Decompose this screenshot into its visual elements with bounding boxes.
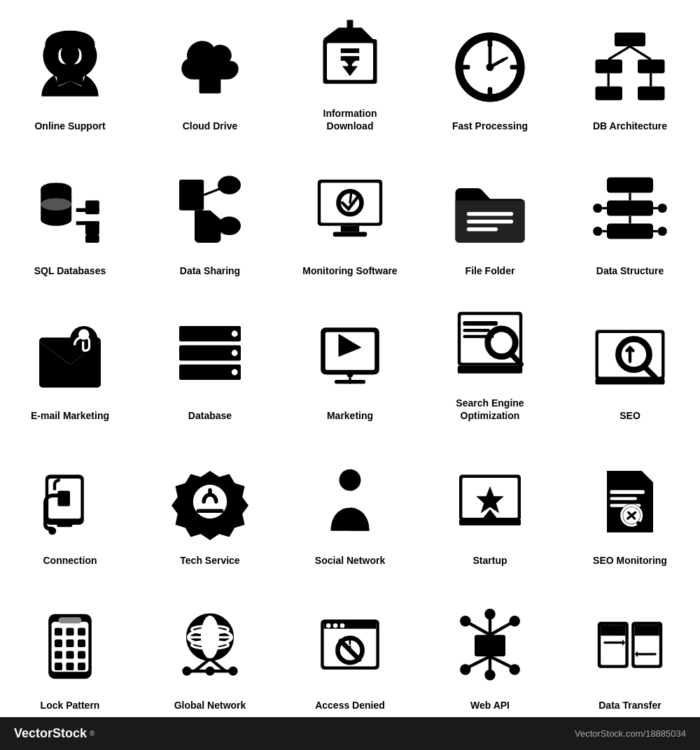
svg-rect-132 <box>66 639 74 647</box>
startup-icon <box>444 456 536 547</box>
svg-rect-47 <box>181 201 202 204</box>
cell-seo-optimization: Search Engine Optimization <box>420 290 560 434</box>
svg-rect-18 <box>488 87 493 96</box>
svg-point-53 <box>222 218 237 234</box>
email-marketing-label: E-mail Marketing <box>31 409 109 422</box>
svg-rect-130 <box>78 628 85 635</box>
svg-rect-61 <box>467 212 513 216</box>
social-network-label: Social Network <box>315 554 385 567</box>
svg-point-172 <box>484 670 495 680</box>
svg-rect-137 <box>55 663 62 670</box>
marketing-icon <box>304 311 396 402</box>
vectorstock-logo: VectorStock <box>14 726 87 741</box>
svg-rect-131 <box>55 639 62 647</box>
db-architecture-icon <box>584 22 676 113</box>
cell-tech-service: Tech Service <box>140 434 280 579</box>
search-engine-optimization-icon <box>444 299 536 390</box>
vectorstock-brand: VectorStock ® <box>14 726 94 741</box>
svg-point-82 <box>232 330 238 337</box>
cell-cloud-drive: Cloud Drive <box>140 0 280 145</box>
cell-file-folder: File Folder <box>420 145 560 290</box>
fast-processing-label: Fast Processing <box>452 120 528 132</box>
cell-db-architecture: DB Architecture <box>560 0 700 145</box>
connection-label: Connection <box>43 554 97 567</box>
data-transfer-label: Data Transfer <box>598 699 661 712</box>
svg-point-113 <box>340 469 361 491</box>
tech-service-label: Tech Service <box>180 554 239 567</box>
email-marketing-icon <box>24 311 115 402</box>
svg-rect-58 <box>333 232 367 236</box>
svg-rect-39 <box>85 200 99 214</box>
cell-access-denied: ! Access Denied <box>280 579 420 724</box>
lock-pattern-icon <box>24 601 115 692</box>
svg-rect-11 <box>341 48 359 53</box>
online-support-icon <box>24 22 115 113</box>
cell-seo: SEO <box>560 290 700 434</box>
svg-point-75 <box>658 227 667 236</box>
data-structure-label: Data Structure <box>596 264 664 277</box>
svg-rect-129 <box>66 628 74 635</box>
svg-rect-44 <box>181 182 202 188</box>
svg-point-108 <box>48 527 56 535</box>
svg-rect-26 <box>596 59 623 73</box>
svg-rect-7 <box>202 85 218 87</box>
database-icon <box>164 311 255 402</box>
svg-point-170 <box>460 616 470 626</box>
cell-data-sharing: Data Sharing <box>140 145 280 290</box>
svg-rect-81 <box>179 365 241 380</box>
seo-monitoring-icon <box>584 456 676 547</box>
global-network-label: Global Network <box>174 699 246 712</box>
svg-rect-107 <box>57 523 72 528</box>
svg-rect-64 <box>607 177 653 192</box>
svg-point-151 <box>182 666 191 675</box>
monitoring-software-label: Monitoring Software <box>302 264 397 277</box>
svg-marker-54 <box>210 211 220 220</box>
svg-point-36 <box>41 213 71 226</box>
svg-rect-29 <box>638 86 665 100</box>
cell-online-support: Online Support <box>0 0 140 145</box>
svg-point-153 <box>228 666 237 675</box>
data-sharing-icon <box>164 167 255 257</box>
sql-databases-label: SQL Databases <box>34 264 106 277</box>
svg-rect-65 <box>607 200 653 215</box>
cell-data-transfer: Data Transfer <box>560 579 700 724</box>
svg-point-37 <box>41 198 71 211</box>
data-structure-icon <box>584 167 676 257</box>
access-denied-icon: ! <box>304 601 396 692</box>
startup-label: Startup <box>473 554 507 567</box>
svg-rect-162 <box>475 635 505 656</box>
svg-point-83 <box>232 350 238 356</box>
cell-monitoring-software: Monitoring Software <box>280 145 420 290</box>
cloud-drive-icon <box>164 22 255 113</box>
svg-rect-20 <box>510 65 519 70</box>
svg-rect-27 <box>638 59 665 73</box>
svg-point-171 <box>510 616 520 626</box>
connection-icon <box>24 456 115 547</box>
svg-rect-97 <box>458 365 522 373</box>
svg-point-173 <box>460 664 470 674</box>
svg-rect-19 <box>461 65 470 70</box>
cell-email-marketing: E-mail Marketing <box>0 290 140 434</box>
svg-point-89 <box>347 372 354 378</box>
monitoring-software-icon <box>304 167 396 257</box>
svg-point-73 <box>593 227 602 236</box>
svg-rect-135 <box>66 651 74 658</box>
svg-rect-5 <box>202 76 218 78</box>
cell-lock-pattern: Lock Pattern <box>0 579 140 724</box>
svg-point-159 <box>340 623 345 628</box>
database-label: Database <box>188 409 232 422</box>
cell-global-network: Global Network <box>140 579 280 724</box>
cell-marketing: Marketing <box>280 290 420 434</box>
global-network-icon <box>164 601 255 692</box>
seo-monitoring-label: SEO Monitoring <box>593 554 667 567</box>
web-api-label: Web API <box>470 699 510 712</box>
tech-service-icon <box>164 456 255 547</box>
svg-marker-117 <box>642 471 654 483</box>
online-support-label: Online Support <box>34 120 105 132</box>
footer: VectorStock ® VectorStock.com/18885034 <box>0 717 700 750</box>
svg-rect-1 <box>47 44 53 59</box>
svg-rect-179 <box>601 625 625 635</box>
svg-rect-79 <box>179 326 241 341</box>
svg-text:!: ! <box>347 634 352 651</box>
svg-line-30 <box>608 46 630 59</box>
